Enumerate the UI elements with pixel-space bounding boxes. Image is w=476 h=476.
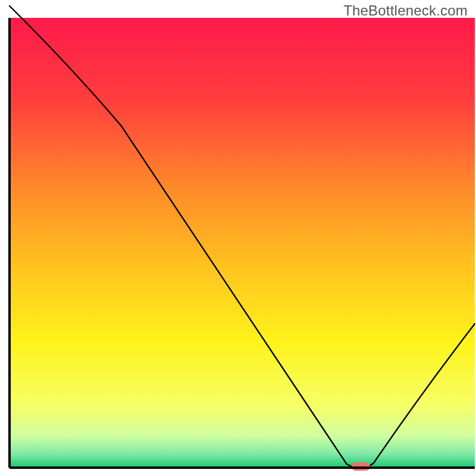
- watermark-text: TheBottleneck.com: [343, 2, 468, 19]
- bottleneck-chart: [0, 0, 476, 476]
- plot-area: [10, 18, 475, 468]
